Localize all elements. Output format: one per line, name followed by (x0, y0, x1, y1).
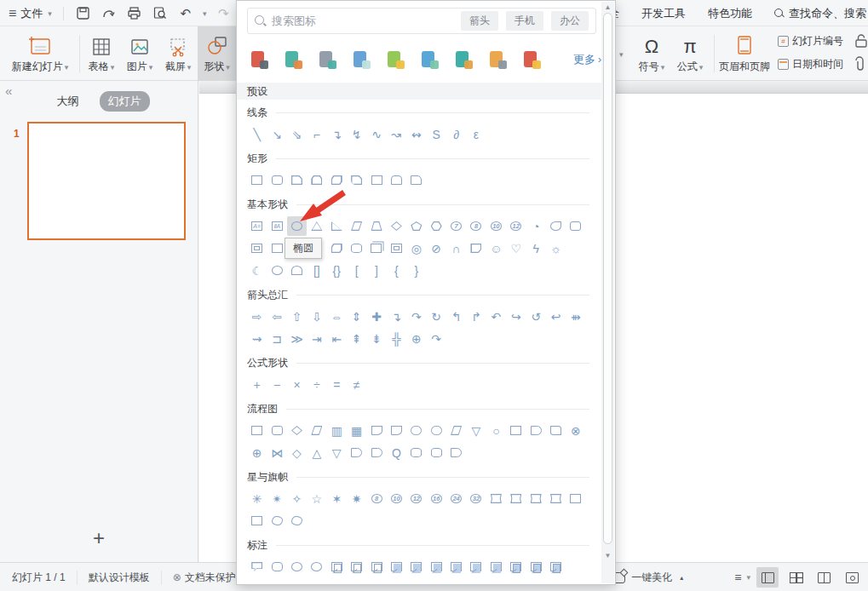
cube-icon[interactable] (521, 49, 542, 70)
shape-cell[interactable] (347, 443, 366, 462)
lock-icon[interactable] (854, 33, 868, 51)
shape-cell[interactable]: ↱ (466, 307, 486, 326)
shape-cell[interactable]: 7 (446, 216, 466, 236)
shape-search-input[interactable] (272, 14, 455, 27)
shape-cell[interactable] (287, 261, 307, 280)
shape-cell[interactable]: ✳ (247, 489, 267, 508)
notes-toggle-icon[interactable]: ≡ (734, 571, 740, 584)
award-tools-icon[interactable] (487, 49, 508, 70)
shape-cell[interactable] (526, 489, 545, 508)
print-icon[interactable] (126, 5, 143, 22)
tab-outline[interactable]: 大纲 (49, 91, 88, 112)
shape-cell[interactable] (446, 443, 466, 462)
shape-cell[interactable]: ⅡA (267, 216, 286, 236)
shape-cell[interactable]: ⇨ (247, 307, 267, 326)
shape-cell[interactable]: ∂ (446, 124, 466, 144)
slide-thumbnail[interactable] (27, 122, 186, 240)
shape-cell[interactable]: ▽ (327, 443, 347, 462)
shape-cell[interactable]: ↪ (506, 307, 526, 326)
shape-cell[interactable]: ⋈ (267, 443, 286, 462)
shape-cell[interactable]: [ (347, 261, 366, 280)
shape-search-box[interactable]: 箭头手机办公 (247, 8, 596, 34)
shape-cell[interactable]: { (387, 261, 406, 280)
shape-cell[interactable]: ≫ (287, 329, 307, 348)
shape-cell[interactable]: ☆ (307, 489, 326, 508)
shape-cell[interactable] (307, 216, 326, 236)
shape-cell[interactable]: Q (387, 443, 406, 462)
shape-cell[interactable]: ☾ (247, 261, 267, 280)
shape-cell[interactable]: ✷ (347, 489, 366, 508)
slide-number-button[interactable]: # 幻灯片编号 (778, 34, 843, 49)
shape-cell[interactable]: } (406, 261, 426, 280)
shape-cell[interactable]: ⊗ (566, 421, 585, 440)
shape-cell[interactable] (307, 170, 326, 190)
shape-cell[interactable]: ↷ (427, 329, 446, 348)
shape-cell[interactable]: ⌐ (307, 124, 326, 144)
shape-cell[interactable]: ⇧ (287, 307, 307, 326)
shape-cell[interactable] (247, 170, 267, 190)
shape-cell[interactable]: ↺ (526, 307, 545, 326)
shape-cell[interactable]: {} (327, 261, 347, 280)
shape-cell[interactable]: ▦ (347, 421, 366, 440)
command-search[interactable]: 查找命令、搜索 (774, 6, 866, 21)
clipped-dropdown-icon[interactable]: ▾ (619, 50, 624, 59)
shape-cell[interactable]: ↰ (446, 307, 466, 326)
shape-cell[interactable]: ↝ (387, 124, 406, 144)
beautify-button[interactable]: 一键美化 (631, 571, 672, 585)
shape-cell[interactable] (506, 557, 526, 577)
shape-cell[interactable]: ↻ (427, 307, 446, 326)
shape-cell[interactable] (387, 216, 406, 236)
shape-cell[interactable] (387, 238, 406, 258)
undo-icon[interactable]: ↶ (177, 5, 194, 22)
shape-cell[interactable]: ▽ (466, 421, 486, 440)
shape-cell[interactable] (406, 421, 426, 440)
shape-cell[interactable] (247, 238, 267, 258)
shape-cell[interactable]: ⊐ (267, 329, 286, 348)
shape-cell[interactable] (267, 261, 286, 280)
shape-cell[interactable]: ] (366, 261, 386, 280)
people-icon[interactable] (453, 49, 474, 70)
shape-cell[interactable] (366, 238, 386, 258)
shape-cell[interactable] (427, 421, 446, 440)
shape-cell[interactable] (387, 170, 406, 190)
shape-cell[interactable]: × (287, 375, 307, 394)
protect-status[interactable]: ⊗文档未保护 (161, 571, 247, 585)
hamburger-icon[interactable]: ≡ (9, 6, 15, 21)
shape-cell[interactable] (546, 216, 566, 236)
shape-cell[interactable] (446, 557, 466, 577)
shape-cell[interactable]: ⇕ (347, 307, 366, 326)
shape-cell[interactable] (366, 557, 386, 577)
shape-cell[interactable]: ╲ (247, 124, 267, 144)
more-icons-link[interactable]: 更多› (573, 52, 601, 67)
shape-cell[interactable]: ∩ (446, 238, 466, 258)
shape-cell[interactable] (566, 216, 585, 236)
shape-cell[interactable]: ☼ (546, 238, 566, 258)
shape-cell[interactable] (287, 216, 307, 236)
new-slide-button[interactable]: 新建幻灯片▾ (5, 26, 75, 81)
shape-cell[interactable] (307, 557, 326, 577)
shape-cell[interactable]: 10 (486, 216, 506, 236)
shape-cell[interactable]: 12 (406, 489, 426, 508)
shape-cell[interactable]: 24 (446, 489, 466, 508)
shape-cell[interactable]: ✴ (267, 489, 286, 508)
shape-cell[interactable]: ✶ (327, 489, 347, 508)
add-slide-button[interactable]: + (0, 526, 198, 550)
shape-cell[interactable]: ε (466, 124, 486, 144)
shape-cell[interactable]: ◔ (526, 216, 545, 236)
shape-cell[interactable]: ✚ (366, 307, 386, 326)
shape-cell[interactable] (267, 511, 286, 531)
shape-cell[interactable]: ↴ (327, 124, 347, 144)
beautify-expand-icon[interactable]: ▴ (680, 574, 683, 582)
tab-developer-tools[interactable]: 开发工具 (641, 6, 686, 21)
file-menu[interactable]: 文件 (20, 6, 43, 21)
shape-cell[interactable]: ○ (486, 421, 506, 440)
shape-cell[interactable] (327, 170, 347, 190)
shape-cell[interactable]: ↴ (387, 307, 406, 326)
shape-cell[interactable] (406, 443, 426, 462)
shape-cell[interactable] (427, 557, 446, 577)
pushpin-icon[interactable] (317, 49, 337, 70)
tab-special-features[interactable]: 特色功能 (708, 6, 752, 21)
screenshot-button[interactable]: 截屏▾ (160, 26, 196, 81)
shape-cell[interactable]: 8 (466, 216, 486, 236)
panel-scrollbar[interactable]: ▲ ▼ (601, 2, 614, 583)
